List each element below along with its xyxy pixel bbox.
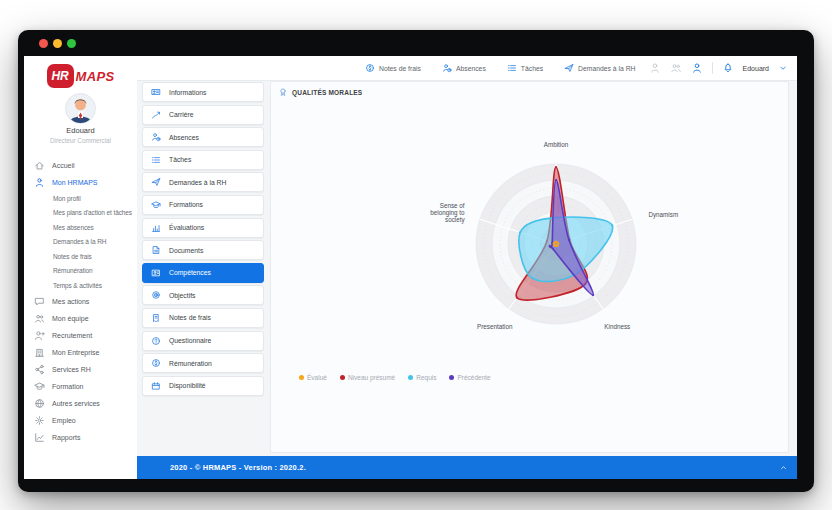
sidebar-item-mon-entreprise[interactable]: Mon Entreprise [24, 344, 137, 361]
legend-dot [449, 375, 454, 380]
submenu-item-t-ches[interactable]: Tâches [142, 150, 264, 170]
submenu-item-label: Disponibilité [169, 382, 206, 389]
submenu-item-label: Absences [169, 134, 199, 141]
minimize-window-button[interactable] [53, 39, 62, 48]
submenu-item-documents[interactable]: Documents [142, 240, 264, 260]
submenu-item-informations[interactable]: Informations [142, 82, 264, 102]
legend-label: Évalué [307, 374, 327, 381]
sidebar-item-label: Accueil [52, 162, 75, 169]
sidebar-item-autres-services[interactable]: Autres services [24, 395, 137, 412]
question-icon [151, 336, 161, 346]
user-role: Directeur Commercial [24, 137, 137, 144]
hrmaps-logo[interactable]: HR MAPS [24, 62, 137, 90]
home-icon [34, 160, 45, 171]
submenu-item-label: Évaluations [169, 224, 204, 231]
screenshot-stage: HR MAPS Edouard Directeur Commercial Acc… [0, 0, 832, 510]
submenu-item-label: Notes de frais [169, 314, 211, 321]
sidebar-item-recrutement[interactable]: Recrutement [24, 327, 137, 344]
footer-bar: 2020 - © HRMAPS - Version : 2020.2. [137, 456, 797, 479]
submenu-item-label: Rémunération [169, 360, 212, 367]
fullscreen-window-button[interactable] [67, 39, 76, 48]
submenu-item-label: Questionnaire [169, 337, 211, 344]
sidebar-item-mes-actions[interactable]: Mes actions [24, 293, 137, 310]
submenu-item-label: Informations [169, 89, 206, 96]
sidebar-subitem-mes-plans-d-action-et-t-ches[interactable]: Mes plans d'action et tâches [24, 206, 137, 221]
topnav-item-absences[interactable]: Absences [442, 63, 486, 73]
header-user-name[interactable]: Edouard [743, 65, 769, 72]
macos-titlebar [18, 30, 814, 56]
submenu-item-formations[interactable]: Formations [142, 195, 264, 215]
sidebar-item-label: Mon Entreprise [52, 349, 99, 356]
sidebar-subitem-r-mun-ration[interactable]: Rémunération [24, 264, 137, 279]
competences-panel: QUALITÉS MORALES AmbitionDynamismKindnes… [270, 81, 789, 453]
share-icon [34, 364, 45, 375]
profile-icon[interactable] [691, 62, 703, 74]
radar-axis-label: Kindness [604, 323, 630, 330]
topnav-item-label: Demandes à la RH [578, 65, 635, 72]
header-divider [712, 62, 713, 74]
sidebar-item-label: Recrutement [52, 332, 92, 339]
logo-hr-mark: HR [47, 64, 74, 88]
legend-item-niveau-pr-sum-[interactable]: Niveau présumé [340, 374, 395, 381]
user-area: Edouard [649, 62, 788, 74]
chevron-up-icon[interactable] [779, 463, 788, 472]
topnav-item-label: Notes de frais [379, 65, 421, 72]
evaluations-icon [151, 223, 161, 233]
submenu-item-carri-re[interactable]: Carrière [142, 105, 264, 125]
legend-label: Précédente [457, 374, 490, 381]
sidebar-item-mon-hrmaps[interactable]: Mon HRMAPS [24, 174, 137, 191]
radar-chart: AmbitionDynamismKindnessPresentationSens… [296, 84, 789, 384]
sidebar-subitem-mes-absences[interactable]: Mes absences [24, 220, 137, 235]
sidebar-subitem-temps-activit-s[interactable]: Temps & activités [24, 278, 137, 293]
legend-dot [340, 375, 345, 380]
idcard-icon [151, 87, 161, 97]
user-avatar[interactable] [65, 93, 96, 124]
topnav-item-demandes-la-rh[interactable]: Demandes à la RH [564, 63, 635, 73]
absence-icon [151, 132, 161, 142]
sidebar-item-rapports[interactable]: Rapports [24, 429, 137, 446]
submenu-item-comp-tences[interactable]: Compétences [142, 263, 264, 283]
team-icon[interactable] [670, 62, 682, 74]
submenu-item-notes-de-frais[interactable]: Notes de frais [142, 308, 264, 328]
submenu-item-label: Demandes à la RH [169, 179, 226, 186]
legend-item--valu-[interactable]: Évalué [299, 374, 327, 381]
chat-icon [34, 296, 45, 307]
employee-icon[interactable] [649, 62, 661, 74]
sidebar-subitem-demandes-la-rh[interactable]: Demandes à la RH [24, 235, 137, 250]
legend-item-pr-c-dente[interactable]: Précédente [449, 374, 490, 381]
topnav-item-t-ches[interactable]: Tâches [507, 63, 543, 73]
sidebar-item-accueil[interactable]: Accueil [24, 157, 137, 174]
topnav-item-label: Tâches [521, 65, 543, 72]
submenu-item-r-mun-ration[interactable]: Rémunération [142, 353, 264, 373]
sidebar-subitem-notes-de-frais[interactable]: Notes de frais [24, 249, 137, 264]
main-column: Notes de fraisAbsencesTâchesDemandes à l… [137, 56, 797, 479]
primary-sidebar: HR MAPS Edouard Directeur Commercial Acc… [24, 56, 137, 479]
submenu-item-disponibilit-[interactable]: Disponibilité [142, 376, 264, 396]
sidebar-item-services-rh[interactable]: Services RH [24, 361, 137, 378]
sidebar-item-mon-quipe[interactable]: Mon équipe [24, 310, 137, 327]
legend-item-requis[interactable]: Requis [408, 374, 436, 381]
submenu-item-questionnaire[interactable]: Questionnaire [142, 331, 264, 351]
submenu-item-label: Objectifs [169, 292, 195, 299]
sidebar-item-label: Mon HRMAPS [52, 179, 98, 186]
sidebar-item-formation[interactable]: Formation [24, 378, 137, 395]
submenu-item-demandes-la-rh[interactable]: Demandes à la RH [142, 172, 264, 192]
chart-icon [34, 432, 45, 443]
notifications-bell-icon[interactable] [722, 62, 734, 74]
submenu-item-objectifs[interactable]: Objectifs [142, 285, 264, 305]
sidebar-item-empleo[interactable]: Empleo [24, 412, 137, 429]
topnav-item-notes-de-frais[interactable]: Notes de frais [365, 63, 421, 73]
submenu-item--valuations[interactable]: Évaluations [142, 218, 264, 238]
sidebar-subitem-mon-profil[interactable]: Mon profil [24, 191, 137, 206]
footer-version-text: 2020 - © HRMAPS - Version : 2020.2. [170, 463, 306, 472]
sidebar-item-label: Empleo [52, 417, 76, 424]
sidebar-nav: AccueilMon HRMAPSMon profilMes plans d'a… [24, 157, 137, 446]
top-header: Notes de fraisAbsencesTâchesDemandes à l… [137, 56, 797, 81]
close-window-button[interactable] [39, 39, 48, 48]
submenu-item-label: Carrière [169, 111, 194, 118]
submenu-item-absences[interactable]: Absences [142, 127, 264, 147]
calendar-icon [151, 381, 161, 391]
submenu-item-label: Formations [169, 201, 203, 208]
chevron-down-icon[interactable] [778, 63, 788, 73]
sidebar-item-label: Mon équipe [52, 315, 89, 322]
